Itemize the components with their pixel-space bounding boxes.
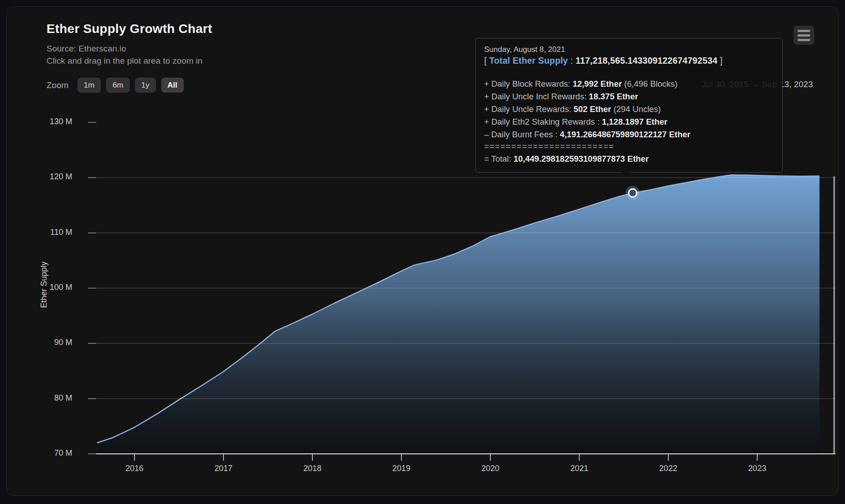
- tooltip-total-supply: [ Total Ether Supply : 117,218,565.14330…: [484, 55, 774, 67]
- tooltip-total: = Total: 10,449.298182593109877873 Ether: [484, 152, 774, 165]
- x-axis-label: 2022: [648, 464, 689, 473]
- hamburger-icon: [798, 39, 810, 41]
- y-axis-label: 100 M: [14, 283, 72, 292]
- zoom-button-all[interactable]: All: [161, 78, 184, 93]
- x-axis-label: 2018: [292, 464, 333, 473]
- y-axis-label: 130 M: [14, 117, 72, 126]
- hamburger-icon: [798, 34, 810, 37]
- x-axis-label: 2023: [737, 464, 778, 473]
- zoom-button-1m[interactable]: 1m: [78, 78, 101, 93]
- y-axis-label: 120 M: [14, 172, 72, 182]
- x-axis-label: 2016: [114, 464, 155, 473]
- tooltip-separator: ========================: [484, 141, 774, 152]
- hamburger-icon: [798, 30, 810, 32]
- x-axis-label: 2017: [203, 464, 244, 473]
- chart-context-menu-button[interactable]: [794, 26, 814, 45]
- zoom-button-6m[interactable]: 6m: [106, 78, 130, 93]
- chart-source: Source: Etherscan.io: [47, 44, 126, 54]
- zoom-button-1y[interactable]: 1y: [135, 78, 156, 93]
- tooltip-date: Sunday, August 8, 2021: [484, 44, 774, 55]
- chart-zoom-hint: Click and drag in the plot area to zoom …: [47, 56, 202, 66]
- tooltip-row-burnt-fees: – Daily Burnt Fees : 4,191.2664867598901…: [484, 128, 774, 141]
- scrollbar-thumb[interactable]: [833, 176, 835, 454]
- data-point-marker[interactable]: [629, 189, 637, 197]
- tooltip-row-uncle-incl-rewards: + Daily Uncle Incl Rewards: 18.375 Ether: [484, 90, 774, 103]
- y-axis-label: 90 M: [14, 338, 72, 347]
- y-axis-label: 80 M: [14, 393, 72, 403]
- tooltip-arrow: [621, 172, 631, 177]
- tooltip-supply-value: 117,218,565.143309122674792534: [576, 56, 718, 65]
- tooltip-supply-label[interactable]: Total Ether Supply: [489, 56, 568, 65]
- chart-tooltip: Sunday, August 8, 2021 [ Total Ether Sup…: [476, 38, 783, 173]
- area-fill: [97, 175, 820, 454]
- x-axis-label: 2021: [559, 464, 600, 473]
- page-title: Ether Supply Growth Chart: [47, 22, 212, 36]
- tooltip-row-block-rewards: + Daily Block Rewards: 12,992 Ether (6,4…: [484, 78, 774, 90]
- zoom-controls: Zoom 1m 6m 1y All: [47, 78, 184, 93]
- x-axis-label: 2019: [381, 464, 422, 473]
- ether-supply-chart-page: Ether Supply Growth Chart Source: Ethers…: [0, 0, 845, 504]
- y-axis-label: 110 M: [14, 228, 72, 237]
- y-axis-label: 70 M: [14, 448, 72, 458]
- zoom-label: Zoom: [47, 80, 69, 90]
- x-axis-label: 2020: [470, 464, 511, 473]
- supply-area-chart[interactable]: [96, 122, 836, 466]
- tooltip-row-eth2-staking-rewards: + Daily Eth2 Staking Rewards : 1,128.189…: [484, 116, 774, 128]
- tooltip-row-uncle-rewards: + Daily Uncle Rewards: 502 Ether (294 Un…: [484, 103, 774, 116]
